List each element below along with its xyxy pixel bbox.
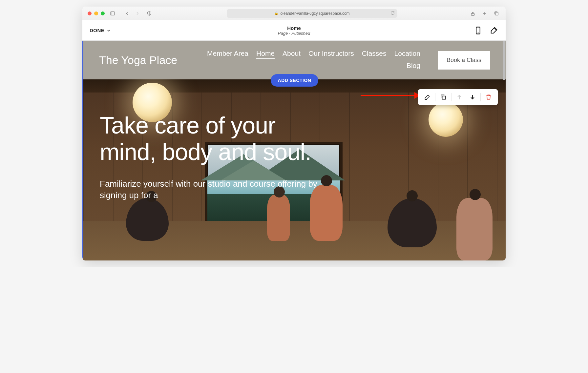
hero-section[interactable]: Take care of your mind, body and soul. F… [83, 79, 506, 260]
page-title-block: Home Page · Published [278, 25, 310, 36]
nav-blog[interactable]: Blog [407, 62, 420, 71]
silhouette [456, 198, 493, 260]
refresh-icon[interactable] [390, 11, 395, 16]
scrollbar-thumb[interactable] [503, 41, 505, 80]
section-toolbox [418, 89, 498, 105]
window-controls [88, 11, 105, 15]
site-navigation: The Yoga Place Member Area Home About Ou… [83, 41, 506, 79]
minimize-window-button[interactable] [94, 11, 98, 15]
svg-rect-0 [111, 11, 115, 15]
share-icon[interactable] [469, 10, 477, 17]
forward-button[interactable] [134, 10, 141, 17]
done-label: DONE [90, 28, 104, 33]
move-down-button[interactable] [467, 92, 478, 102]
address-bar[interactable]: 🔒 oleander-vanilla-6gcy.squarespace.com [227, 9, 397, 18]
lamp-icon [429, 102, 463, 137]
duplicate-section-button[interactable] [437, 92, 449, 102]
site-title[interactable]: The Yoga Place [99, 54, 177, 67]
done-button[interactable]: DONE [90, 28, 111, 33]
editor-header: DONE Home Page · Published [82, 20, 506, 41]
silhouette [267, 195, 290, 241]
svg-rect-6 [495, 12, 498, 15]
nav-our-instructors[interactable]: Our Instructors [308, 50, 354, 59]
new-tab-icon[interactable] [481, 10, 489, 17]
site-viewport: The Yoga Place Member Area Home About Ou… [82, 41, 506, 260]
nav-member-area[interactable]: Member Area [207, 50, 248, 59]
styles-brush-icon[interactable] [489, 26, 498, 35]
privacy-shield-icon[interactable] [145, 10, 153, 17]
separator [435, 93, 435, 101]
move-up-button [453, 92, 465, 102]
page-title: Home [278, 25, 310, 31]
sidebar-toggle-icon[interactable] [109, 10, 116, 17]
nav-classes[interactable]: Classes [362, 50, 387, 59]
close-window-button[interactable] [88, 11, 92, 15]
book-a-class-button[interactable]: Book a Class [438, 51, 490, 70]
chevron-down-icon [106, 28, 111, 33]
back-button[interactable] [123, 10, 131, 17]
separator [480, 93, 481, 101]
svg-rect-10 [442, 96, 446, 99]
add-section-button[interactable]: ADD SECTION [271, 74, 319, 87]
edit-section-button[interactable] [421, 92, 433, 102]
mobile-preview-icon[interactable] [473, 26, 483, 35]
nav-location[interactable]: Location [394, 50, 420, 59]
separator [451, 93, 452, 101]
nav-about[interactable]: About [283, 50, 301, 59]
hero-heading[interactable]: Take care of your mind, body and soul. [100, 112, 329, 165]
browser-window: 🔒 oleander-vanilla-6gcy.squarespace.com … [82, 7, 506, 260]
maximize-window-button[interactable] [101, 11, 105, 15]
lock-icon: 🔒 [274, 11, 278, 15]
scrollbar[interactable] [502, 41, 506, 260]
hero-subheading[interactable]: Familiarize yourself with our studio and… [100, 178, 329, 201]
annotation-arrow [361, 95, 420, 96]
url-text: oleander-vanilla-6gcy.squarespace.com [280, 11, 349, 16]
nav-home[interactable]: Home [256, 50, 275, 59]
site-menu: Member Area Home About Our Instructors C… [204, 50, 420, 71]
safari-toolbar: 🔒 oleander-vanilla-6gcy.squarespace.com [82, 7, 506, 20]
tabs-overview-icon[interactable] [493, 10, 500, 17]
page-subtitle: Page · Published [278, 31, 310, 36]
delete-section-button[interactable] [483, 92, 494, 102]
hero-text: Take care of your mind, body and soul. F… [100, 112, 329, 201]
